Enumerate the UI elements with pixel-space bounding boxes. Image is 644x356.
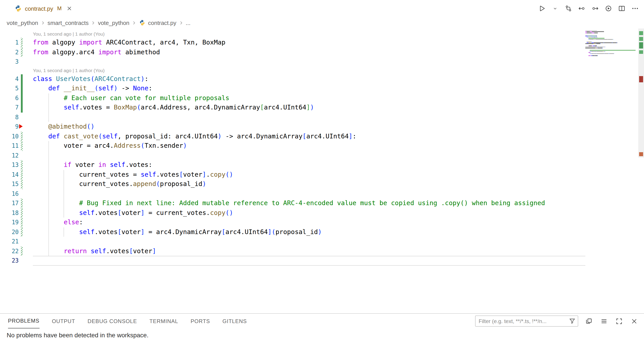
line-number[interactable]: 8 <box>0 112 19 122</box>
close-panel-button[interactable] <box>629 316 639 326</box>
code-line[interactable]: 11 voter = arc4.Address(Txn.sender) <box>0 141 644 151</box>
more-actions-button[interactable] <box>630 4 640 13</box>
code-line[interactable]: 1from algopy import ARC4Contract, arc4, … <box>0 38 644 47</box>
close-tab-button[interactable] <box>66 5 72 12</box>
code-text[interactable]: return self.votes[voter] <box>33 246 585 256</box>
code-text[interactable]: self.votes[voter] = arc4.DynamicArray[ar… <box>33 227 585 237</box>
code-line[interactable]: 5 def __init__(self) -> None: <box>0 84 644 93</box>
code-line[interactable]: 16 <box>0 189 644 199</box>
code-text[interactable]: from algopy import ARC4Contract, arc4, T… <box>33 38 585 47</box>
code-line[interactable]: 4class UserVotes(ARC4Contract): <box>0 74 644 84</box>
line-number[interactable]: 10 <box>0 131 19 141</box>
line-number[interactable]: 12 <box>0 151 19 160</box>
line-number[interactable]: 17 <box>0 199 19 208</box>
code-line[interactable]: 7 self.votes = BoxMap(arc4.Address, arc4… <box>0 103 644 112</box>
line-number[interactable]: 11 <box>0 141 19 151</box>
line-number[interactable]: 2 <box>0 47 19 57</box>
line-number[interactable]: 22 <box>0 246 19 256</box>
line-number[interactable]: 7 <box>0 103 19 112</box>
line-number[interactable]: 19 <box>0 218 19 227</box>
codelens-row[interactable]: You, 1 second ago | 1 author (You) <box>0 30 644 38</box>
line-number[interactable]: 14 <box>0 170 19 179</box>
code-text[interactable]: from algopy.arc4 import abimethod <box>33 47 585 57</box>
line-number[interactable]: 18 <box>0 208 19 218</box>
code-text[interactable]: # Bug Fixed in next line: Added mutable … <box>33 199 585 208</box>
code-text[interactable]: self.votes = BoxMap(arc4.Address, arc4.D… <box>33 103 585 112</box>
code-text[interactable] <box>33 237 585 246</box>
code-text[interactable]: @abimethod() <box>33 122 585 131</box>
overview-ruler[interactable] <box>638 29 644 313</box>
line-number[interactable]: 23 <box>0 256 19 265</box>
previous-change-button[interactable] <box>577 4 586 13</box>
code-text[interactable]: else: <box>33 218 585 227</box>
line-number[interactable]: 20 <box>0 227 19 237</box>
code-line[interactable]: 3 <box>0 57 644 67</box>
code-text[interactable]: if voter in self.votes: <box>33 160 585 170</box>
code-text[interactable]: current_votes = self.votes[voter].copy() <box>33 170 585 179</box>
code-text[interactable]: current_votes.append(proposal_id) <box>33 179 585 189</box>
view-as-list-button[interactable] <box>599 316 608 326</box>
code-text[interactable] <box>33 256 585 265</box>
run-or-debug-button[interactable] <box>604 4 613 13</box>
panel-tab-gitlens[interactable]: GITLENS <box>222 314 247 328</box>
code-text[interactable] <box>33 189 585 199</box>
code-text[interactable]: def __init__(self) -> None: <box>33 84 585 93</box>
maximize-panel-button[interactable] <box>614 316 624 326</box>
panel-tab-debug-console[interactable]: DEBUG CONSOLE <box>88 314 137 328</box>
split-editor-button[interactable] <box>617 4 626 13</box>
filter-icon[interactable] <box>569 318 578 324</box>
code-line[interactable]: 17 # Bug Fixed in next line: Added mutab… <box>0 199 644 208</box>
tab-contract-py[interactable]: contract.py M <box>0 0 77 17</box>
code-text[interactable] <box>33 112 585 122</box>
panel-tab-output[interactable]: OUTPUT <box>52 314 75 328</box>
line-number[interactable]: 4 <box>0 74 19 84</box>
line-number[interactable]: 9 <box>0 122 19 131</box>
breadcrumb-item-smart-contracts[interactable]: smart_contracts <box>48 19 89 26</box>
codelens-label[interactable]: You, 1 second ago | 1 author (You) <box>0 67 105 74</box>
line-number[interactable]: 13 <box>0 160 19 170</box>
code-line[interactable]: 9 @abimethod() <box>0 122 644 131</box>
editor[interactable]: You, 1 second ago | 1 author (You)1from … <box>0 29 644 313</box>
code-text[interactable]: self.votes[voter] = current_votes.copy() <box>33 208 585 218</box>
codelens-row[interactable]: You, 1 second ago | 1 author (You) <box>0 67 644 74</box>
code-line[interactable]: 13 if voter in self.votes: <box>0 160 644 170</box>
code-text[interactable]: # Each user can vote for multiple propos… <box>33 93 585 103</box>
code-line[interactable]: 19 else: <box>0 218 644 227</box>
code-text[interactable]: def cast_vote(self, proposal_id: arc4.UI… <box>33 131 585 141</box>
minimap[interactable] <box>585 30 638 58</box>
line-number[interactable]: 16 <box>0 189 19 199</box>
copy-button[interactable] <box>584 316 593 326</box>
code-line[interactable]: 15 current_votes.append(proposal_id) <box>0 179 644 189</box>
panel-tab-terminal[interactable]: TERMINAL <box>149 314 178 328</box>
panel-tab-problems[interactable]: PROBLEMS <box>8 314 39 328</box>
code-line[interactable]: 22 return self.votes[voter] <box>0 246 644 256</box>
code-text[interactable]: class UserVotes(ARC4Contract): <box>33 74 585 84</box>
code-line[interactable]: 8 <box>0 112 644 122</box>
line-number[interactable]: 15 <box>0 179 19 189</box>
code-text[interactable] <box>33 57 585 67</box>
panel-tab-ports[interactable]: PORTS <box>191 314 210 328</box>
breadcrumb-item-ellipsis[interactable]: ... <box>186 19 191 26</box>
code-line[interactable]: 20 self.votes[voter] = arc4.DynamicArray… <box>0 227 644 237</box>
breadcrumb-item-vote-python-2[interactable]: vote_python <box>98 19 130 26</box>
run-python-file-button[interactable] <box>537 4 546 13</box>
code-line[interactable]: 21 <box>0 237 644 246</box>
code-line[interactable]: 6 # Each user can vote for multiple prop… <box>0 93 644 103</box>
code-text[interactable]: voter = arc4.Address(Txn.sender) <box>33 141 585 151</box>
line-number[interactable]: 1 <box>0 38 19 47</box>
source-control-compare-button[interactable] <box>564 4 573 13</box>
line-number[interactable]: 3 <box>0 57 19 67</box>
next-change-button[interactable] <box>590 4 600 13</box>
code-text[interactable] <box>33 151 585 160</box>
breadcrumb-item-contract-py[interactable]: contract.py <box>148 19 176 26</box>
code-line[interactable]: 2from algopy.arc4 import abimethod <box>0 47 644 57</box>
code-line[interactable]: 18 self.votes[voter] = current_votes.cop… <box>0 208 644 218</box>
code-line[interactable]: 12 <box>0 151 644 160</box>
code-line[interactable]: 23 <box>0 256 644 265</box>
problems-filter-input[interactable] <box>476 318 569 324</box>
code-line[interactable]: 10 def cast_vote(self, proposal_id: arc4… <box>0 131 644 141</box>
line-number[interactable]: 5 <box>0 84 19 93</box>
codelens-label[interactable]: You, 1 second ago | 1 author (You) <box>0 30 105 38</box>
line-number[interactable]: 21 <box>0 237 19 246</box>
code-line[interactable]: 14 current_votes = self.votes[voter].cop… <box>0 170 644 179</box>
